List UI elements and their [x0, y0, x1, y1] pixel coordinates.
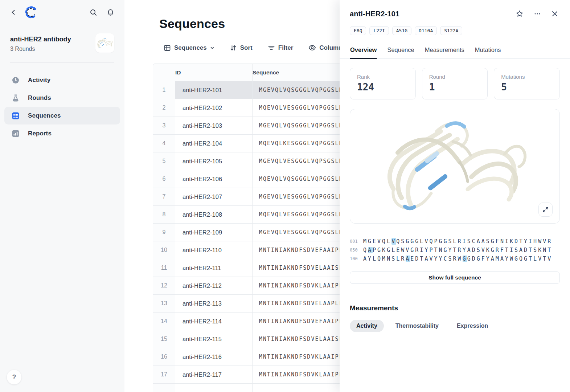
row-number: 10 — [153, 241, 175, 259]
sequence-id-cell[interactable]: anti-HER2-108 — [175, 206, 253, 224]
sequence-id-cell[interactable]: anti-HER2-112 — [175, 277, 253, 295]
logo-dashed-c-icon — [23, 5, 38, 20]
measurement-option-activity[interactable]: Activity — [350, 320, 384, 332]
row-number: 6 — [153, 170, 175, 188]
bell-icon — [107, 9, 114, 16]
row-number: 13 — [153, 295, 175, 313]
sequence-line-text: AYLQMNSLRAEDTAVYYCSRWGGDGFYAMAYWGQGTLVTV — [363, 256, 552, 262]
sequence-id-cell[interactable]: anti-HER2-110 — [175, 241, 253, 259]
sidebar-item-reports[interactable]: Reports — [4, 124, 120, 142]
app-logo[interactable] — [23, 5, 38, 20]
mutation-chip[interactable]: S122A — [440, 26, 462, 35]
expand-viewer-button[interactable] — [538, 203, 553, 217]
bar-chart-icon — [12, 130, 20, 138]
row-number: 12 — [153, 277, 175, 295]
toolbar-sort-label: Sort — [240, 44, 253, 52]
sidebar-item-sequences[interactable]: Sequences — [4, 107, 120, 124]
sidebar-divider — [10, 62, 114, 63]
mutation-chips: E8QL22IA51GD110AS122A — [350, 26, 560, 35]
measurement-option-thermostability[interactable]: Thermostability — [389, 320, 445, 332]
sequence-id-cell[interactable]: anti-HER2-117 — [175, 366, 253, 384]
sidebar-item-activity[interactable]: Activity — [4, 71, 120, 89]
sequence-line: 050QAPGKGLEWVGRIYPTNGYTRYADSVKGRFTISADTS… — [350, 246, 560, 254]
toolbar-filter-button[interactable]: Filter — [268, 44, 294, 52]
help-button[interactable]: ? — [7, 370, 21, 384]
stat-value: 5 — [501, 82, 553, 93]
mutation-chip[interactable]: D110A — [415, 26, 437, 35]
toolbar-view-button[interactable]: Sequences — [164, 44, 214, 52]
protein-structure-image — [377, 112, 533, 221]
sequence-line: 001MGEVQLVQSGGGLVQPGGSLRISCAASGFNIKDTYIH… — [350, 237, 560, 246]
search-button[interactable] — [88, 7, 99, 18]
row-number: 5 — [153, 152, 175, 170]
sidebar-item-label: Activity — [28, 77, 50, 84]
structure-viewer[interactable] — [350, 109, 560, 224]
sequence-id-cell[interactable]: anti-HER2-102 — [175, 99, 253, 117]
more-options-button[interactable] — [532, 9, 542, 19]
stat-cards: Rank124Round1Mutations5 — [350, 68, 560, 99]
sequence-id-cell[interactable]: anti-HER2-104 — [175, 135, 253, 152]
measurement-toggle: ActivityThermostabilityExpression — [350, 320, 560, 332]
stat-card-mutations: Mutations5 — [494, 68, 560, 99]
eye-icon — [308, 44, 316, 52]
stat-card-rank: Rank124 — [350, 68, 416, 99]
row-number: 8 — [153, 206, 175, 224]
sequence-id-cell[interactable]: anti-HER2-115 — [175, 330, 253, 348]
sequence-id-cell[interactable]: anti-HER2-109 — [175, 224, 253, 241]
sequence-line-number: 100 — [350, 256, 363, 261]
id-column-header[interactable]: ID — [175, 64, 253, 81]
clock-icon — [12, 76, 20, 84]
sequence-line-number: 050 — [350, 248, 363, 253]
row-number: 14 — [153, 313, 175, 330]
sidebar-item-label: Rounds — [28, 94, 51, 102]
mutation-chip[interactable]: L22I — [369, 26, 389, 35]
mutation-highlight: A — [368, 247, 373, 253]
sequence-id-cell[interactable]: anti-HER2-103 — [175, 117, 253, 135]
row-number: 15 — [153, 330, 175, 348]
tab-mutations[interactable]: Mutations — [475, 43, 501, 58]
sequence-id-cell[interactable]: anti-HER2-116 — [175, 348, 253, 366]
measurement-option-expression[interactable]: Expression — [450, 320, 495, 332]
panel-title: anti-HER2-101 — [350, 10, 514, 18]
close-panel-button[interactable] — [550, 9, 560, 19]
tab-sequence[interactable]: Sequence — [387, 43, 414, 58]
mutation-chip[interactable]: E8Q — [350, 26, 366, 35]
sidebar-nav: ActivityRoundsSequencesReports — [4, 71, 120, 142]
mutation-chip[interactable]: A51G — [392, 26, 411, 35]
sequence-id-cell[interactable]: anti-HER2-101 — [175, 81, 253, 99]
sequence-id-cell[interactable]: anti-HER2-113 — [175, 295, 253, 313]
row-number: 17 — [153, 366, 175, 384]
tab-overview[interactable]: Overview — [350, 43, 377, 58]
show-full-sequence-button[interactable]: Show full sequence — [350, 271, 560, 284]
stat-card-round: Round1 — [422, 68, 488, 99]
row-number: 1 — [153, 81, 175, 99]
ellipsis-icon — [534, 10, 541, 17]
sequence-id-cell[interactable]: anti-HER2-111 — [175, 259, 253, 277]
favorite-button[interactable] — [514, 8, 525, 19]
star-icon — [516, 10, 524, 18]
sidebar-item-rounds[interactable]: Rounds — [4, 89, 120, 107]
notifications-button[interactable] — [105, 7, 116, 18]
stat-label: Round — [429, 74, 481, 80]
back-button[interactable] — [9, 8, 18, 17]
row-number: 16 — [153, 348, 175, 366]
mutation-highlight: A — [406, 256, 410, 262]
sequence-id-cell[interactable]: anti-HER2-106 — [175, 170, 253, 188]
sequence-id-cell[interactable]: anti-HER2-107 — [175, 188, 253, 206]
mutation-highlight: G — [463, 256, 467, 262]
search-icon — [90, 9, 97, 16]
sequence-line-text: QAPGKGLEWVGRIYPTNGYTRYADSVKGRFTISADTSKNT — [363, 247, 552, 253]
sequence-id-cell[interactable]: anti-HER2-114 — [175, 313, 253, 330]
measurements-heading: Measurements — [350, 304, 560, 312]
sequence-id-cell[interactable]: anti-HER2-105 — [175, 152, 253, 170]
toolbar-sort-button[interactable]: Sort — [230, 44, 253, 52]
row-number: 2 — [153, 99, 175, 117]
row-number: 11 — [153, 259, 175, 277]
stat-label: Mutations — [501, 74, 553, 80]
sequence-line: 100AYLQMNSLRAEDTAVYYCSRWGGDGFYAMAYWGQGTL… — [350, 254, 560, 263]
row-number-header — [153, 64, 175, 81]
tab-measurements[interactable]: Measurements — [425, 43, 465, 58]
panel-tabs: OverviewSequenceMeasurementsMutations — [340, 43, 570, 59]
row-number: 9 — [153, 224, 175, 241]
sequence-line-text: MGEVQLVQSGGGLVQPGGSLRISCAASGFNIKDTYIHWVR — [363, 238, 552, 245]
